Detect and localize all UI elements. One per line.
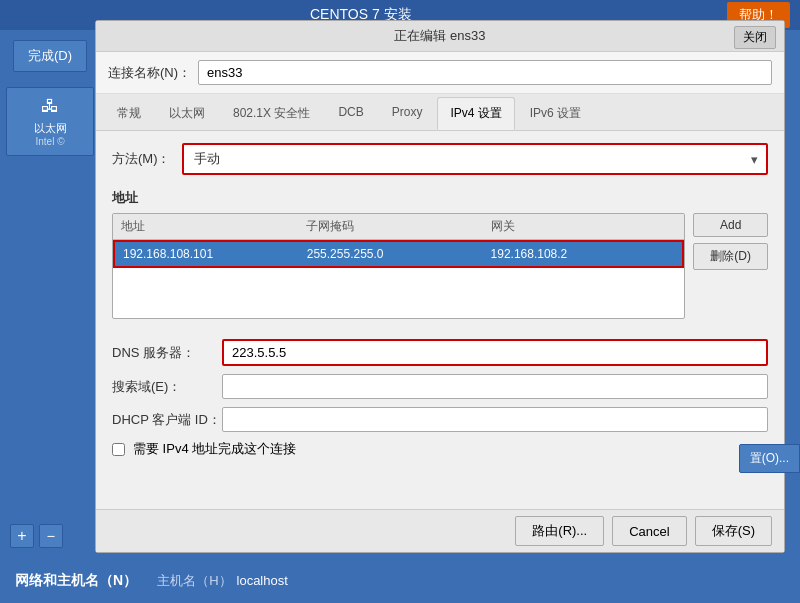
cancel-button[interactable]: Cancel <box>612 516 686 546</box>
method-row: 方法(M)： 手动 <box>112 143 768 175</box>
add-remove-row: + － <box>10 524 63 548</box>
tab-content-ipv4: 方法(M)： 手动 地址 地址 子网掩码 网关 192.168.108.101 … <box>96 131 784 509</box>
cell-subnet: 255.255.255.0 <box>307 247 491 261</box>
address-table-header: 地址 子网掩码 网关 <box>113 214 684 240</box>
nic-name: 以太网 <box>13 121 87 136</box>
dhcp-input[interactable] <box>222 407 768 432</box>
add-address-button[interactable]: Add <box>693 213 768 237</box>
nic-sub: Intel © <box>13 136 87 147</box>
remove-network-button[interactable]: － <box>39 524 63 548</box>
add-delete-buttons: Add 删除(D) <box>693 213 768 270</box>
tab-dcb[interactable]: DCB <box>325 97 376 130</box>
method-label: 方法(M)： <box>112 150 182 168</box>
dns-input[interactable] <box>222 339 768 366</box>
tab-ipv4[interactable]: IPv4 设置 <box>437 97 514 130</box>
network-title: 网络和主机名（N） <box>15 572 137 590</box>
tab-proxy[interactable]: Proxy <box>379 97 436 130</box>
address-data-row[interactable]: 192.168.108.101 255.255.255.0 192.168.10… <box>113 240 684 268</box>
address-empty-space <box>113 268 684 318</box>
method-select-btn[interactable]: 手动 <box>182 143 768 175</box>
route-button[interactable]: 路由(R)... <box>515 516 604 546</box>
address-section-title: 地址 <box>112 189 768 207</box>
checkbox-label: 需要 IPv4 地址完成这个连接 <box>133 440 296 458</box>
tab-ethernet[interactable]: 以太网 <box>156 97 218 130</box>
options-button[interactable]: 置(O)... <box>739 444 800 473</box>
complete-button[interactable]: 完成(D) <box>13 40 87 72</box>
hostname-label: 主机名（H） <box>157 572 231 590</box>
tab-general[interactable]: 常规 <box>104 97 154 130</box>
dialog-title: 正在编辑 ens33 <box>394 28 485 43</box>
tab-security[interactable]: 802.1X 安全性 <box>220 97 323 130</box>
dns-label: DNS 服务器： <box>112 344 222 362</box>
nic-icon: 🖧 <box>13 96 87 117</box>
require-ipv4-checkbox[interactable] <box>112 443 125 456</box>
address-table: 地址 子网掩码 网关 192.168.108.101 255.255.255.0… <box>112 213 685 319</box>
bottom-action-row: 路由(R)... Cancel 保存(S) <box>96 509 784 552</box>
dns-row: DNS 服务器： <box>112 339 768 366</box>
connection-name-row: 连接名称(N)： <box>96 52 784 94</box>
dhcp-label: DHCP 客户端 ID： <box>112 411 222 429</box>
delete-address-button[interactable]: 删除(D) <box>693 243 768 270</box>
search-label: 搜索域(E)： <box>112 378 222 396</box>
connection-name-input[interactable] <box>198 60 772 85</box>
nic-card[interactable]: 🖧 以太网 Intel © <box>6 87 94 156</box>
col-header-gateway: 网关 <box>491 218 676 235</box>
dhcp-row: DHCP 客户端 ID： <box>112 407 768 432</box>
address-section-wrapper: 地址 子网掩码 网关 192.168.108.101 255.255.255.0… <box>112 213 768 329</box>
dialog-titlebar: 正在编辑 ens33 关闭 <box>96 21 784 52</box>
tabs-bar: 常规 以太网 802.1X 安全性 DCB Proxy IPv4 设置 IPv6… <box>96 94 784 131</box>
cell-gateway: 192.168.108.2 <box>491 247 675 261</box>
bottom-bar: 网络和主机名（N） 主机名（H） localhost <box>0 558 800 603</box>
connection-name-label: 连接名称(N)： <box>108 64 198 82</box>
col-header-ip: 地址 <box>121 218 306 235</box>
hostname-value: localhost <box>237 573 288 588</box>
save-button[interactable]: 保存(S) <box>695 516 772 546</box>
address-table-area: 地址 子网掩码 网关 192.168.108.101 255.255.255.0… <box>112 213 685 329</box>
method-select-wrapper[interactable]: 手动 <box>182 143 768 175</box>
search-domain-row: 搜索域(E)： <box>112 374 768 399</box>
search-input[interactable] <box>222 374 768 399</box>
cell-ip: 192.168.108.101 <box>123 247 307 261</box>
close-button[interactable]: 关闭 <box>734 26 776 49</box>
add-network-button[interactable]: + <box>10 524 34 548</box>
edit-dialog: 正在编辑 ens33 关闭 连接名称(N)： 常规 以太网 802.1X 安全性… <box>95 20 785 553</box>
col-header-subnet: 子网掩码 <box>306 218 491 235</box>
checkbox-row: 需要 IPv4 地址完成这个连接 <box>112 440 768 458</box>
left-panel: 完成(D) 🖧 以太网 Intel © <box>0 30 100 558</box>
tab-ipv6[interactable]: IPv6 设置 <box>517 97 594 130</box>
